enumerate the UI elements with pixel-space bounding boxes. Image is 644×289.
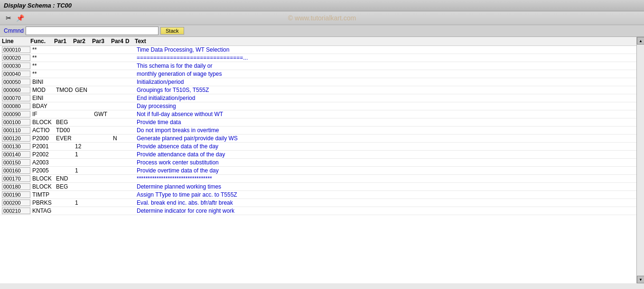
- table-row[interactable]: 000040 ** monthly generation of wage typ…: [0, 70, 636, 78]
- cell-line: 000070: [2, 95, 30, 101]
- cell-text: This schema is for the daily or: [136, 63, 635, 69]
- cell-par4: [112, 127, 126, 134]
- table-header: Line Func. Par1 Par2 Par3 Par4 D Text: [0, 37, 636, 46]
- cell-d: [126, 191, 136, 198]
- cell-text: End initialization/period: [136, 95, 635, 101]
- table-row[interactable]: 000100 BLOCK BEG Provide time data: [0, 118, 636, 126]
- cell-par3: [93, 71, 112, 77]
- page-title: Display Schema : TC00: [4, 2, 72, 9]
- scroll-track[interactable]: [637, 45, 644, 276]
- cell-func: BLOCK: [31, 183, 55, 190]
- cell-par1: [55, 111, 74, 117]
- cell-line: 000050: [2, 79, 30, 85]
- cell-par3: GWT: [93, 111, 112, 117]
- cell-par3: [93, 135, 112, 142]
- cell-d: [126, 95, 136, 101]
- cell-text: Groupings for T510S, T555Z: [136, 87, 635, 93]
- cell-d: [126, 63, 136, 69]
- cell-d: [126, 183, 136, 190]
- cell-par2: GEN: [74, 87, 93, 93]
- cell-par4: [112, 208, 126, 214]
- cell-par2: [74, 79, 93, 85]
- cell-par3: [93, 46, 112, 53]
- cell-text: **********************************: [136, 175, 635, 182]
- cell-par3: [93, 183, 112, 190]
- table-row[interactable]: 000120 P2000 EVER N Generate planned pai…: [0, 135, 636, 143]
- cell-par1: [55, 54, 74, 61]
- cell-text: monthly generation of wage types: [136, 71, 635, 77]
- cell-line: 000180: [2, 183, 30, 190]
- cell-text: Determine planned working times: [136, 183, 635, 190]
- table-row[interactable]: 000080 BDAY Day processing: [0, 102, 636, 110]
- cell-par1: BEG: [55, 183, 74, 190]
- cell-par2: [74, 103, 93, 109]
- cell-d: [126, 151, 136, 158]
- pin-icon[interactable]: 📌: [15, 13, 25, 23]
- table-row[interactable]: 000060 MOD TMOD GEN Groupings for T510S,…: [0, 86, 636, 94]
- table-row[interactable]: 000200 PBRKS 1 Eval. break end inc. abs.…: [0, 199, 636, 207]
- cell-par4: [112, 95, 126, 101]
- cell-line: 000010: [2, 46, 30, 53]
- cell-line: 000140: [2, 151, 30, 158]
- cell-text: Eval. break end inc. abs. bfr/aftr break: [136, 199, 635, 206]
- table-row[interactable]: 000130 P2001 12 Provide absence data of …: [0, 143, 636, 151]
- table-row[interactable]: 000150 A2003 Process work center substit…: [0, 159, 636, 167]
- cell-par1: TMOD: [55, 87, 74, 93]
- cell-par1: [55, 208, 74, 214]
- command-input[interactable]: [26, 27, 159, 35]
- table-row[interactable]: 000030 ** This schema is for the daily o…: [0, 62, 636, 70]
- cell-par2: [74, 119, 93, 126]
- table-row[interactable]: 000140 P2002 1 Provide attendance data o…: [0, 151, 636, 159]
- cell-func: ACTIO: [31, 127, 55, 134]
- cell-func: BLOCK: [31, 119, 55, 126]
- cell-par4: [112, 119, 126, 126]
- cell-par4: [112, 54, 126, 61]
- header-line: Line: [2, 38, 30, 45]
- stack-button[interactable]: Stack: [160, 27, 184, 35]
- scroll-up-button[interactable]: ▲: [637, 37, 644, 45]
- cell-line: 000100: [2, 119, 30, 126]
- table-row[interactable]: 000070 EINI End initialization/period: [0, 94, 636, 102]
- cell-func: PBRKS: [31, 199, 55, 206]
- scroll-down-button[interactable]: ▼: [637, 276, 644, 283]
- cell-par3: [93, 63, 112, 69]
- table-row[interactable]: 000050 BINI Initialization/period: [0, 78, 636, 86]
- cell-func: **: [31, 46, 55, 53]
- cell-func: KNTAG: [31, 208, 55, 214]
- table-row[interactable]: 000170 BLOCK END ***********************…: [0, 175, 636, 183]
- cell-par4: [112, 175, 126, 182]
- table-row[interactable]: 000180 BLOCK BEG Determine planned worki…: [0, 183, 636, 191]
- cell-par2: [74, 191, 93, 198]
- cell-text: Initialization/period: [136, 79, 635, 85]
- table-row[interactable]: 000160 P2005 1 Provide overtime data of …: [0, 167, 636, 175]
- table-row[interactable]: 000210 KNTAG Determine indicator for cor…: [0, 207, 636, 215]
- scrollbar-right: ▲ ▼: [636, 37, 644, 283]
- cell-par1: TD00: [55, 127, 74, 134]
- cell-d: [126, 127, 136, 134]
- cell-d: [126, 208, 136, 214]
- cell-par4: [112, 151, 126, 158]
- cell-par1: [55, 79, 74, 85]
- cell-func: EINI: [31, 95, 55, 101]
- table-row[interactable]: 000190 TIMTP Assign TType to time pair a…: [0, 191, 636, 199]
- cell-line: 000110: [2, 127, 30, 134]
- scissors-icon[interactable]: ✂: [4, 13, 13, 23]
- cell-par1: [55, 46, 74, 53]
- cell-par4: [112, 103, 126, 109]
- title-bar: Display Schema : TC00: [0, 0, 644, 11]
- header-par2: Par2: [73, 38, 92, 45]
- cell-par4: [112, 111, 126, 117]
- cell-d: [126, 143, 136, 150]
- cell-line: 000190: [2, 191, 30, 198]
- cell-line: 000150: [2, 159, 30, 166]
- table-row[interactable]: 000010 ** Time Data Processing, WT Selec…: [0, 46, 636, 54]
- cell-text: Assign TType to time pair acc. to T555Z: [136, 191, 635, 198]
- cell-par3: [93, 167, 112, 174]
- table-row[interactable]: 000090 IF GWT Not if full-day absence wi…: [0, 110, 636, 118]
- table-row[interactable]: 000020 ** ==============================…: [0, 54, 636, 62]
- cell-line: 000040: [2, 71, 30, 77]
- cell-text: Day processing: [136, 103, 635, 109]
- cell-par2: [74, 54, 93, 61]
- command-bar: Cmmnd Stack: [0, 25, 644, 37]
- table-row[interactable]: 000110 ACTIO TD00 Do not import breaks i…: [0, 126, 636, 135]
